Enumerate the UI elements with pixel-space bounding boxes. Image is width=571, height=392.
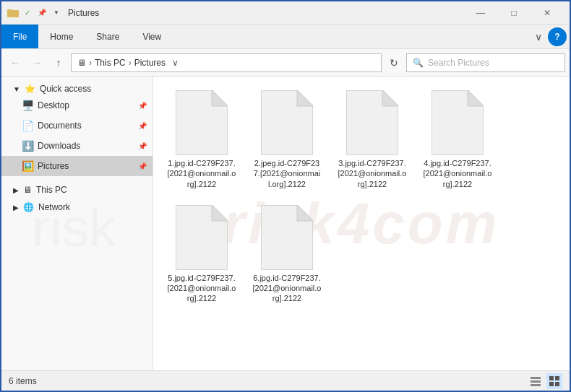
breadcrumb-thispc: This PC [95,58,126,68]
quick-access-header[interactable]: ▼ ⭐ Quick access [1,81,153,95]
status-bar: 6 items [1,370,570,391]
file-name-file6: 6.jpg.id-C279F237.[2021@onionmail.org].2… [252,273,322,304]
network-icon: 🌐 [23,202,34,212]
file-icon-file4 [432,90,484,155]
svg-marker-3 [212,90,228,106]
file-name-file4: 4.jpg.id-C279F237.[2021@onionmail.org].2… [423,158,492,189]
file-icon-file5 [176,205,228,270]
svg-marker-9 [468,90,484,106]
path-expand-button[interactable]: ∨ [166,53,184,72]
menu-bar: File Home Share View ∨ ? [1,25,570,49]
view-controls [528,373,562,389]
folder-icon [7,7,19,19]
file-item-file1[interactable]: 1.jpg.id-C279F237.[2021@onionmail.org].2… [162,85,241,194]
file-grid: 1.jpg.id-C279F237.[2021@onionmail.org].2… [162,85,561,309]
breadcrumb-pictures: Pictures [134,58,166,68]
grid-view-button[interactable] [546,373,562,389]
tab-home[interactable]: Home [38,25,85,48]
network-expand-icon: ▶ [13,204,19,212]
file-item-file2[interactable]: 2.jpeg.id-C279F237.[2021@onionmail.org].… [247,85,327,194]
svg-rect-17 [549,376,554,380]
desktop-icon: 🖥️ [22,100,33,111]
svg-rect-19 [549,382,554,386]
ribbon-toggle-button[interactable]: ∨ [532,31,545,43]
svg-rect-16 [531,384,541,386]
file-area: risk4com 1.jpg.id-C279F237.[2021@onionma… [153,77,570,370]
item-count: 6 items [9,376,37,386]
network-label: Network [38,202,70,212]
svg-rect-1 [7,9,12,12]
file-icon-file1 [176,90,228,155]
sidebar-label-pictures: Pictures [38,161,134,171]
address-path[interactable]: 🖥 › This PC › Pictures ∨ [71,53,382,72]
breadcrumb: 🖥 › This PC › Pictures [77,58,166,68]
back-button[interactable]: ← [6,53,25,72]
sidebar-item-desktop[interactable]: 🖥️ Desktop 📌 [1,95,153,116]
search-icon: 🔍 [413,58,424,68]
documents-pin-icon: 📌 [138,122,147,130]
tab-file[interactable]: File [1,25,38,48]
minimize-button[interactable]: — [464,1,497,25]
close-button[interactable]: ✕ [531,1,564,25]
address-bar: ← → ↑ 🖥 › This PC › Pictures ∨ ↻ 🔍 Searc… [1,49,570,77]
svg-rect-15 [531,380,541,383]
search-box[interactable]: 🔍 Search Pictures [406,53,565,72]
sidebar-item-pictures[interactable]: 🖼️ Pictures 📌 [1,156,153,176]
file-name-file3: 3.jpg.id-C279F237.[2021@onionmail.org].2… [338,158,407,189]
search-placeholder: Search Pictures [428,58,489,68]
pictures-icon: 🖼️ [22,160,33,172]
tab-view[interactable]: View [131,25,173,48]
svg-marker-5 [297,90,313,106]
documents-icon: 📄 [22,120,33,131]
refresh-button[interactable]: ↻ [385,53,403,72]
svg-rect-14 [531,377,541,379]
list-view-button[interactable] [528,373,544,389]
thispc-expand-icon: ▶ [13,186,19,194]
help-button[interactable]: ? [548,27,567,46]
file-item-file4[interactable]: 4.jpg.id-C279F237.[2021@onionmail.org].2… [418,85,497,194]
window-title: Pictures [68,8,464,18]
file-icon-file3 [346,90,398,155]
sidebar-item-documents[interactable]: 📄 Documents 📌 [1,116,153,136]
svg-marker-11 [212,205,228,221]
file-item-file6[interactable]: 6.jpg.id-C279F237.[2021@onionmail.org].2… [247,200,327,309]
breadcrumb-pc-icon: 🖥 [77,58,86,68]
file-item-file5[interactable]: 5.jpg.id-C279F237.[2021@onionmail.org].2… [162,200,241,309]
menu-bar-right: ∨ ? [532,25,570,48]
sidebar: ▼ ⭐ Quick access 🖥️ Desktop 📌 📄 Document… [1,77,153,370]
forward-button[interactable]: → [27,53,46,72]
network-header[interactable]: ▶ 🌐 Network [1,199,153,214]
pictures-pin-icon: 📌 [138,162,147,170]
quick-access-expand-icon: ▼ [13,85,20,93]
sidebar-item-downloads[interactable]: ⬇️ Downloads 📌 [1,136,153,156]
quick-access-icon: ⭐ [25,84,35,94]
maximize-button[interactable]: □ [497,1,531,25]
dropdown-icon: ▼ [51,7,62,19]
thispc-label: This PC [36,185,67,195]
pin-icon: 📌 [36,7,48,19]
main-content: ▼ ⭐ Quick access 🖥️ Desktop 📌 📄 Document… [1,77,570,370]
file-name-file1: 1.jpg.id-C279F237.[2021@onionmail.org].2… [167,158,236,189]
desktop-pin-icon: 📌 [138,102,147,110]
thispc-header[interactable]: ▶ 🖥 This PC [1,182,153,196]
sidebar-label-documents: Documents [38,121,134,131]
sidebar-label-downloads: Downloads [38,141,134,151]
svg-rect-18 [555,376,559,380]
file-name-file5: 5.jpg.id-C279F237.[2021@onionmail.org].2… [167,273,236,304]
sidebar-label-desktop: Desktop [38,100,134,110]
quick-access-label: Quick access [40,84,91,94]
tab-share[interactable]: Share [85,25,131,48]
file-item-file3[interactable]: 3.jpg.id-C279F237.[2021@onionmail.org].2… [332,85,412,194]
file-icon-file2 [261,90,313,155]
downloads-icon: ⬇️ [22,140,33,152]
window-controls: — □ ✕ [464,1,564,25]
title-bar-icons: ✓ 📌 ▼ [7,7,62,19]
svg-rect-20 [555,382,559,386]
downloads-pin-icon: 📌 [138,142,147,150]
checkmark-icon: ✓ [22,7,33,19]
title-bar: ✓ 📌 ▼ Pictures — □ ✕ [1,1,570,25]
thispc-icon: 🖥 [23,185,32,195]
file-icon-file6 [261,205,313,270]
file-name-file2: 2.jpeg.id-C279F237.[2021@onionmail.org].… [252,158,322,189]
up-button[interactable]: ↑ [49,53,68,72]
